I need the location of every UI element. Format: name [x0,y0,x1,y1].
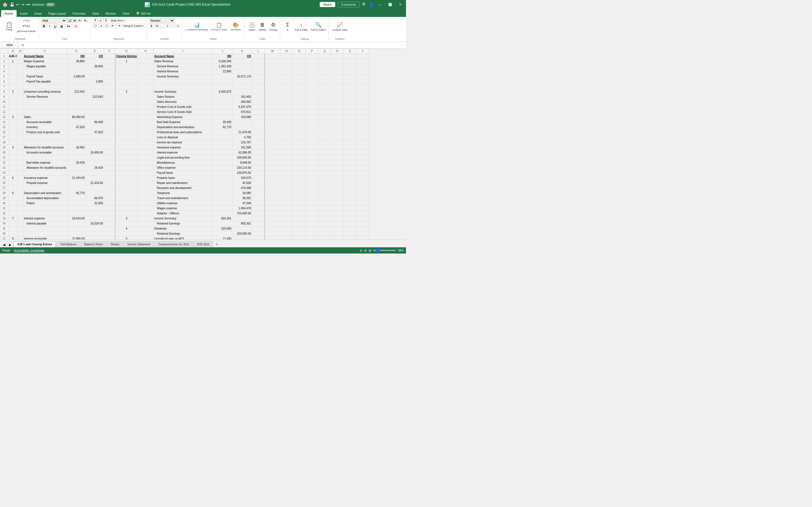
cell-28-1[interactable] [18,191,23,196]
row-num-2[interactable]: 2 [0,59,8,64]
font-family-select[interactable]: Arial [41,18,66,23]
cell-13-10[interactable]: 159,080 [232,115,252,120]
cell-4-18[interactable] [344,69,356,74]
cell-37-14[interactable] [293,236,306,240]
sheet-tab-sheet1[interactable]: Sheet1 [107,241,123,247]
cell-2-16[interactable] [318,59,331,64]
cell-14-18[interactable] [344,120,356,125]
cell-2-11[interactable] [252,59,265,64]
cell-3-16[interactable] [318,64,331,69]
cell-17-3[interactable] [67,135,86,140]
cell-8-19[interactable] [356,89,369,94]
cell-31-4[interactable] [86,206,104,211]
cell-21-2[interactable] [23,155,67,160]
cell-30-17[interactable] [331,201,344,206]
cell-24-6[interactable] [115,170,138,175]
cell-3-7[interactable] [138,64,153,69]
cell-7-3[interactable] [67,84,86,89]
cell-21-9[interactable] [213,155,232,160]
number-format-select[interactable]: Number [149,18,174,23]
cell-26-7[interactable] [138,180,153,186]
cell-17-14[interactable] [293,135,306,140]
cell-10-19[interactable] [356,100,369,105]
cell-15-16[interactable] [318,125,331,130]
cell-19-17[interactable] [331,145,344,150]
cell-7-2[interactable] [23,84,67,89]
cell-28-3[interactable]: 92,770 [67,191,86,196]
cell-23-18[interactable] [344,165,356,170]
row-num-6[interactable]: 6 [0,79,8,84]
cell-10-14[interactable] [293,100,306,105]
copy-button[interactable]: ⧉ Copy [16,23,37,29]
cell-31-12[interactable] [265,206,280,211]
cell-32-15[interactable] [306,211,318,216]
cell-19-11[interactable] [252,145,265,150]
cell-11-5[interactable] [104,105,115,110]
cell-13-3[interactable]: 86,400.00 [67,115,86,120]
cell-2-6[interactable]: 1 [115,59,138,64]
cell-31-16[interactable] [318,206,331,211]
cell-3-3[interactable] [67,64,86,69]
cell-10-3[interactable] [67,100,86,105]
cell-25-0[interactable]: 5 [8,175,18,180]
cell-25-12[interactable] [265,175,280,180]
cell-14-2[interactable]: Accounts receivable [23,120,67,125]
cell-30-6[interactable] [115,201,138,206]
cell-28-15[interactable] [306,191,318,196]
cell-37-19[interactable] [356,236,369,240]
indent-increase-button[interactable]: ⇥ [116,23,121,28]
cell-14-16[interactable] [318,120,331,125]
cell-23-0[interactable] [8,165,18,170]
cell-15-14[interactable] [293,125,306,130]
row-num-26[interactable]: 26 [0,180,8,186]
cell-34-3[interactable] [67,221,86,226]
cell-34-13[interactable] [280,221,293,226]
cell-8-10[interactable] [232,89,252,94]
cell-30-12[interactable] [265,201,280,206]
cell-2-19[interactable] [356,59,369,64]
cell-27-15[interactable] [306,186,318,191]
cell-31-10[interactable]: 1,004,478 [232,206,252,211]
cell-29-9[interactable] [213,196,232,201]
cell-30-4[interactable]: 32,300 [86,201,104,206]
row-num-24[interactable]: 24 [0,170,8,175]
cell-29-16[interactable] [318,196,331,201]
cell-9-7[interactable] [138,94,153,100]
cell-2-9[interactable]: 9,166,946 [213,59,232,64]
cell-19-12[interactable] [265,145,280,150]
italic-button[interactable]: I [47,24,52,29]
cell-31-18[interactable] [344,206,356,211]
cell-22-1[interactable] [18,160,23,165]
cell-17-9[interactable] [213,135,232,140]
cell-20-10[interactable]: 42,096.00 [232,150,252,155]
cell-35-3[interactable] [67,226,86,231]
cell-33-5[interactable] [104,216,115,221]
cell-36-16[interactable] [318,231,331,236]
borders-button[interactable]: ▦ [59,24,64,29]
cell-33-15[interactable] [306,216,318,221]
cell-18-19[interactable] [356,140,369,145]
cell-26-9[interactable] [213,180,232,186]
cell-24-1[interactable] [18,170,23,175]
cell-27-2[interactable] [23,186,67,191]
cell-30-19[interactable] [356,201,369,206]
cell-3-19[interactable] [356,64,369,69]
cell-16-7[interactable] [138,130,153,135]
cell-31-5[interactable] [104,206,115,211]
cell-5-10[interactable]: 10,571,174 [232,74,252,79]
cell-32-18[interactable] [344,211,356,216]
cell-26-17[interactable] [331,180,344,186]
cell-16-18[interactable] [344,130,356,135]
cell-28-16[interactable] [318,191,331,196]
indent-decrease-button[interactable]: ⇤ [110,23,116,28]
cell-27-13[interactable] [280,186,293,191]
cell-23-15[interactable] [306,165,318,170]
cell-24-10[interactable]: 139,875.00 [232,170,252,175]
cell-22-10[interactable]: 9,048.00 [232,160,252,165]
row-num-20[interactable]: 20 [0,150,8,155]
cell-32-2[interactable] [23,211,67,216]
cell-2-2[interactable]: Wages Expense [23,59,67,64]
cell-22-16[interactable] [318,160,331,165]
cell-29-11[interactable] [252,196,265,201]
cell-28-4[interactable] [86,191,104,196]
